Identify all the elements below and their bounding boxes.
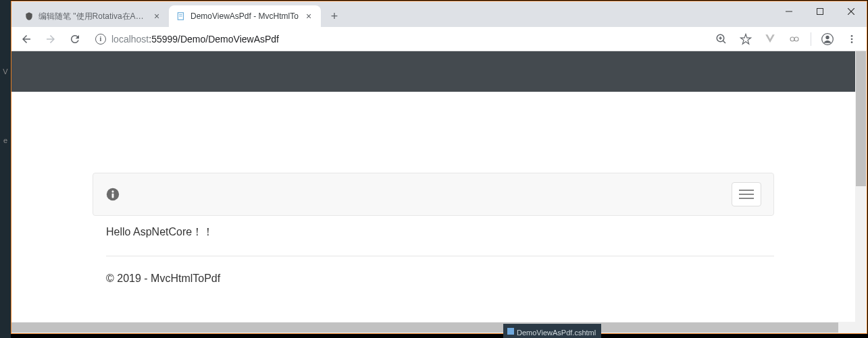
- svg-point-12: [794, 37, 798, 41]
- close-window-button[interactable]: [836, 1, 867, 22]
- svg-point-11: [790, 37, 794, 41]
- gutter-char: e: [3, 136, 7, 144]
- favicon-page-icon: [176, 11, 186, 22]
- scrollbar-thumb[interactable]: [11, 322, 838, 333]
- minimize-button[interactable]: [773, 1, 805, 22]
- svg-line-8: [723, 40, 725, 43]
- tab-title: DemoViewAsPdf - MvcHtmlTo: [190, 11, 299, 21]
- tab-title: 编辑随笔 "使用Rotativa在ASP.N: [39, 11, 147, 22]
- url-text: localhost:55999/Demo/DemoViewAsPdf: [111, 34, 279, 45]
- taskbar-file-hint[interactable]: DemoViewAsPdf.cshtml: [503, 324, 601, 338]
- maximize-button[interactable]: [805, 1, 836, 22]
- page-greeting: Hello AspNetCore！！: [106, 225, 774, 240]
- info-circle-icon[interactable]: [105, 187, 120, 202]
- svg-rect-4: [817, 9, 823, 15]
- favicon-cnblogs-icon: [24, 11, 34, 22]
- menu-icon[interactable]: [841, 28, 863, 50]
- svg-point-15: [851, 35, 853, 37]
- page-footer: © 2019 - MvcHtmlToPdf: [106, 273, 774, 285]
- taskbar-file-label: DemoViewAsPdf.cshtml: [517, 329, 596, 337]
- url-host: localhost: [111, 34, 149, 45]
- tabs-row: 编辑随笔 "使用Rotativa在ASP.N × DemoViewAsPdf -…: [11, 1, 344, 27]
- window-controls: [773, 1, 867, 22]
- page-navbar: [93, 173, 774, 216]
- close-icon[interactable]: ×: [151, 11, 162, 22]
- hamburger-line: [739, 198, 754, 199]
- svg-point-17: [851, 41, 853, 43]
- bookmark-icon[interactable]: [735, 28, 757, 50]
- hamburger-line: [739, 194, 754, 195]
- svg-point-14: [825, 35, 829, 38]
- zoom-icon[interactable]: [711, 28, 732, 50]
- browser-window: 编辑随笔 "使用Rotativa在ASP.N × DemoViewAsPdf -…: [11, 1, 867, 334]
- page-content: Hello AspNetCore！！ © 2019 - MvcHtmlToPdf: [11, 92, 855, 333]
- tab-inactive[interactable]: 编辑随笔 "使用Rotativa在ASP.N ×: [17, 5, 169, 27]
- gutter-char: V: [3, 67, 7, 76]
- svg-rect-20: [112, 194, 114, 198]
- profile-icon[interactable]: [817, 28, 838, 50]
- hamburger-line: [739, 190, 754, 191]
- svg-point-19: [111, 190, 113, 192]
- scrollbar-vertical[interactable]: [855, 51, 867, 333]
- toolbar-right: [711, 28, 863, 50]
- editor-gutter: V e: [0, 0, 11, 338]
- divider-line: [106, 256, 774, 256]
- back-button[interactable]: [16, 28, 37, 50]
- titlebar: 编辑随笔 "使用Rotativa在ASP.N × DemoViewAsPdf -…: [11, 1, 867, 27]
- viewport: Hello AspNetCore！！ © 2019 - MvcHtmlToPdf: [11, 51, 867, 333]
- tab-active[interactable]: DemoViewAsPdf - MvcHtmlTo ×: [169, 5, 321, 27]
- scrollbar-horizontal[interactable]: [11, 322, 855, 333]
- forward-button[interactable]: [40, 28, 61, 50]
- new-tab-button[interactable]: +: [325, 7, 344, 26]
- url-path: :55999/Demo/DemoViewAsPdf: [149, 34, 279, 45]
- vue-extension-icon[interactable]: [759, 28, 781, 50]
- address-bar: i localhost:55999/Demo/DemoViewAsPdf: [11, 27, 867, 51]
- close-icon[interactable]: ×: [303, 11, 314, 22]
- svg-point-16: [851, 38, 853, 40]
- url-box[interactable]: i localhost:55999/Demo/DemoViewAsPdf: [88, 30, 708, 49]
- hamburger-button[interactable]: [732, 182, 761, 206]
- scrollbar-thumb[interactable]: [856, 51, 866, 186]
- reload-button[interactable]: [64, 28, 86, 50]
- toolbar-divider: [811, 32, 811, 46]
- cloud-extension-icon[interactable]: [784, 28, 805, 50]
- site-info-icon[interactable]: i: [95, 34, 106, 45]
